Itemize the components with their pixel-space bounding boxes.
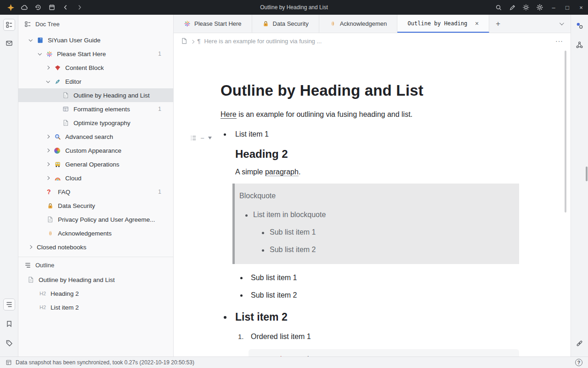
list-item-text[interactable]: List item in blockquote bbox=[253, 209, 511, 221]
ordered-list-item[interactable]: 1. Ordered list item 1 1package main bbox=[235, 330, 519, 356]
siyuan-logo-icon[interactable] bbox=[4, 0, 17, 15]
tab-list-chevron-icon[interactable] bbox=[551, 15, 571, 33]
chevron-right-icon[interactable] bbox=[45, 149, 54, 152]
close-button[interactable]: × bbox=[574, 0, 588, 15]
maximize-button[interactable]: □ bbox=[560, 0, 574, 15]
outline-item-document[interactable]: Outline by Heading and List bbox=[18, 273, 173, 287]
document-title[interactable]: Outline by Heading and List bbox=[220, 81, 519, 100]
help-icon[interactable]: ? bbox=[575, 359, 582, 366]
breadcrumb-text[interactable]: Here is an example for outlining via fus… bbox=[204, 38, 322, 45]
dock-scrollbar-thumb[interactable] bbox=[586, 167, 588, 181]
doctree-item-advanced-search[interactable]: Advanced search bbox=[18, 130, 173, 144]
settings-gear-icon[interactable] bbox=[533, 0, 547, 15]
editor[interactable]: – Outline by Heading and List Here is an… bbox=[174, 49, 571, 356]
editor-scrollbar[interactable] bbox=[565, 51, 566, 213]
list-item-text[interactable]: Sub list item 1 bbox=[270, 226, 511, 238]
list-gutter-icon[interactable] bbox=[190, 135, 197, 141]
cloud-sync-icon[interactable] bbox=[17, 0, 31, 15]
heading-2[interactable]: Heading 2 bbox=[235, 147, 519, 161]
close-tab-icon[interactable]: × bbox=[475, 20, 479, 27]
graph-icon[interactable] bbox=[574, 19, 586, 31]
chevron-down-icon[interactable] bbox=[37, 52, 46, 55]
tag-icon[interactable] bbox=[3, 337, 15, 349]
bullet-icon[interactable] bbox=[255, 226, 270, 238]
list-item-heading-text[interactable]: List item 2 bbox=[235, 309, 519, 325]
go-back-icon[interactable] bbox=[59, 0, 73, 15]
list-item[interactable]: Sub list item 1 bbox=[255, 226, 511, 238]
bookmark-icon[interactable] bbox=[3, 318, 15, 330]
bullet-icon[interactable] bbox=[255, 244, 270, 256]
list-item[interactable]: List item in blockquote Sub list item 1 … bbox=[239, 209, 511, 256]
chevron-right-icon[interactable] bbox=[28, 246, 37, 248]
intro-paragraph[interactable]: Here is an example for outlining via fus… bbox=[220, 109, 519, 121]
backlink-chain-icon[interactable] bbox=[574, 337, 586, 349]
list-item-text[interactable]: Sub list item 2 bbox=[251, 289, 519, 302]
status-message: Data snapshot has been synchronized, too… bbox=[16, 359, 194, 366]
status-bar: Data snapshot has been synchronized, too… bbox=[0, 356, 588, 368]
list-item-text[interactable]: Sub list item 1 bbox=[251, 271, 519, 284]
chevron-right-icon[interactable] bbox=[45, 66, 54, 69]
doctree-item-cloud[interactable]: Cloud bbox=[18, 171, 173, 185]
more-options-icon[interactable]: ··· bbox=[555, 37, 563, 45]
theme-sun-icon[interactable] bbox=[519, 0, 533, 15]
tab-data-security[interactable]: Data Security bbox=[252, 15, 319, 33]
list-item[interactable]: Sub list item 1 bbox=[235, 271, 519, 284]
doctree-item-privacy-policy[interactable]: Privacy Policy and User Agreeme... bbox=[18, 213, 173, 226]
bullet-icon[interactable] bbox=[220, 309, 235, 356]
doctree-item-faq[interactable]: ? FAQ 1 bbox=[18, 185, 173, 199]
new-tab-button[interactable]: + bbox=[489, 15, 507, 33]
doctree-item-optimize-typography[interactable]: Optimize typography bbox=[18, 116, 173, 130]
block-ref-link[interactable]: Here bbox=[220, 110, 237, 119]
dash-gutter-icon[interactable]: – bbox=[201, 134, 204, 141]
outline-panel-icon[interactable] bbox=[3, 299, 15, 310]
pen-icon bbox=[54, 78, 65, 85]
data-history-icon[interactable] bbox=[31, 0, 45, 15]
global-graph-icon[interactable] bbox=[574, 39, 586, 51]
inbox-mail-icon[interactable] bbox=[3, 37, 15, 49]
doctree-item-acknowledgements[interactable]: Acknowledgements bbox=[18, 226, 173, 240]
doctree-item-outline-by-heading-and-list[interactable]: Outline by Heading and List bbox=[18, 88, 173, 102]
collapse-triangle-icon[interactable] bbox=[208, 137, 212, 139]
doctree-item-content-block[interactable]: Content Block bbox=[18, 61, 173, 75]
block-ref-link[interactable]: paragraph bbox=[265, 168, 299, 176]
blockquote-text[interactable]: Blockquote bbox=[239, 190, 511, 202]
doctree-item-closed-notebooks[interactable]: Closed notebooks bbox=[18, 240, 173, 254]
list-item-heading[interactable]: List item 2 1. Ordered list item 1 1pack… bbox=[220, 309, 519, 356]
code-block[interactable]: 1package main bbox=[249, 349, 519, 356]
go-forward-icon[interactable] bbox=[73, 0, 86, 15]
doc-icon[interactable] bbox=[181, 38, 187, 44]
doctree-item-please-start-here[interactable]: Please Start Here 1 bbox=[18, 47, 173, 61]
outline-item-heading[interactable]: H2 List item 2 bbox=[18, 300, 173, 314]
file-tree-icon[interactable] bbox=[3, 19, 15, 31]
doctree-item-formatting-elements[interactable]: Formatting elements 1 bbox=[18, 102, 173, 116]
doctree-item-editor[interactable]: Editor bbox=[18, 75, 173, 88]
chevron-right-icon[interactable] bbox=[45, 177, 54, 179]
minimize-button[interactable]: – bbox=[547, 0, 560, 15]
tab-please-start-here[interactable]: Please Start Here bbox=[174, 15, 252, 33]
doctree-item-data-security[interactable]: Data Security bbox=[18, 199, 173, 213]
chevron-down-icon[interactable] bbox=[28, 39, 37, 41]
chevron-right-icon[interactable] bbox=[45, 135, 54, 138]
doctree-item-siyuan-user-guide[interactable]: SiYuan User Guide bbox=[18, 33, 173, 47]
tab-outline-by-heading-and-list[interactable]: Outline by Heading an × bbox=[397, 15, 489, 33]
list-item-text[interactable]: List item 1 bbox=[235, 128, 519, 141]
chevron-right-icon[interactable] bbox=[45, 163, 54, 166]
blockquote[interactable]: Blockquote List item in blockquote Sub l… bbox=[232, 184, 519, 264]
list-item[interactable]: Sub list item 2 bbox=[235, 289, 519, 302]
bullet-icon[interactable] bbox=[239, 209, 253, 256]
chevron-down-icon[interactable] bbox=[45, 80, 54, 83]
daily-note-icon[interactable] bbox=[45, 0, 59, 15]
list-item-text[interactable]: Sub list item 2 bbox=[270, 244, 511, 256]
edit-pencil-icon[interactable] bbox=[505, 0, 519, 15]
bullet-icon[interactable] bbox=[235, 289, 251, 302]
list-item[interactable]: Sub list item 2 bbox=[255, 244, 511, 256]
tab-acknowledgements[interactable]: Acknowledgemen bbox=[319, 15, 398, 33]
list-item[interactable]: List item 1 Heading 2 A simple paragraph… bbox=[220, 128, 519, 302]
list-item-text[interactable]: Ordered list item 1 bbox=[251, 330, 519, 343]
outline-item-heading[interactable]: H2 Heading 2 bbox=[18, 287, 173, 300]
search-icon[interactable] bbox=[492, 0, 505, 15]
bullet-icon[interactable] bbox=[235, 271, 251, 284]
doctree-item-custom-appearance[interactable]: Custom Appearance bbox=[18, 144, 173, 157]
doctree-item-general-operations[interactable]: General Operations bbox=[18, 157, 173, 171]
simple-paragraph[interactable]: A simple paragraph. bbox=[235, 166, 519, 178]
